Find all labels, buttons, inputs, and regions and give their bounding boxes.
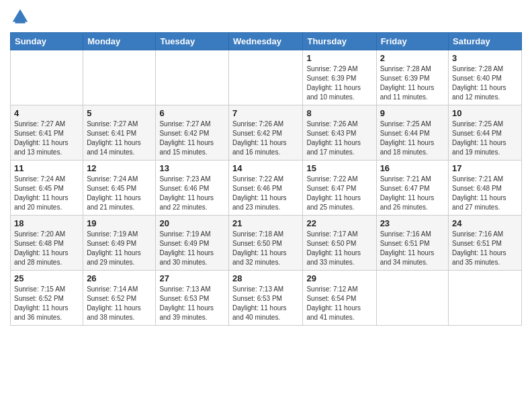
calendar-cell: 28Sunrise: 7:13 AM Sunset: 6:53 PM Dayli… [229,271,303,326]
calendar-cell [83,50,156,105]
day-info: Sunrise: 7:15 AM Sunset: 6:52 PM Dayligh… [14,285,79,322]
weekday-header-saturday: Saturday [449,33,522,50]
day-info: Sunrise: 7:25 AM Sunset: 6:44 PM Dayligh… [380,120,445,157]
logo [10,7,33,27]
calendar-cell: 26Sunrise: 7:14 AM Sunset: 6:52 PM Dayli… [83,271,156,326]
weekday-header-tuesday: Tuesday [156,33,229,50]
day-info: Sunrise: 7:18 AM Sunset: 6:50 PM Dayligh… [232,230,299,267]
calendar-cell: 19Sunrise: 7:19 AM Sunset: 6:49 PM Dayli… [83,216,156,271]
day-number: 17 [452,163,518,173]
calendar-cell: 24Sunrise: 7:16 AM Sunset: 6:51 PM Dayli… [449,216,522,271]
day-number: 8 [306,108,372,118]
day-info: Sunrise: 7:21 AM Sunset: 6:47 PM Dayligh… [380,175,445,212]
day-number: 14 [232,163,299,173]
day-number: 21 [232,218,299,228]
day-info: Sunrise: 7:12 AM Sunset: 6:54 PM Dayligh… [306,285,372,322]
calendar-cell: 18Sunrise: 7:20 AM Sunset: 6:48 PM Dayli… [11,216,83,271]
calendar-cell: 2Sunrise: 7:28 AM Sunset: 6:39 PM Daylig… [376,50,448,105]
calendar-week-row: 1Sunrise: 7:29 AM Sunset: 6:39 PM Daylig… [11,50,522,105]
calendar-cell [229,50,303,105]
day-number: 10 [452,108,518,118]
calendar-cell [11,50,83,105]
calendar-cell: 16Sunrise: 7:21 AM Sunset: 6:47 PM Dayli… [376,161,448,216]
calendar-week-row: 18Sunrise: 7:20 AM Sunset: 6:48 PM Dayli… [11,216,522,271]
day-number: 5 [87,108,152,118]
day-number: 13 [159,163,225,173]
day-number: 16 [380,163,445,173]
calendar-cell: 14Sunrise: 7:22 AM Sunset: 6:46 PM Dayli… [229,161,303,216]
calendar-cell: 27Sunrise: 7:13 AM Sunset: 6:53 PM Dayli… [156,271,229,326]
svg-rect-1 [15,21,26,24]
day-number: 25 [14,273,79,283]
calendar-cell: 6Sunrise: 7:27 AM Sunset: 6:42 PM Daylig… [156,105,229,161]
day-number: 28 [232,273,299,283]
calendar-cell [156,50,229,105]
day-info: Sunrise: 7:23 AM Sunset: 6:46 PM Dayligh… [159,175,225,212]
calendar-cell: 17Sunrise: 7:21 AM Sunset: 6:48 PM Dayli… [449,161,522,216]
day-number: 7 [232,108,299,118]
day-info: Sunrise: 7:19 AM Sunset: 6:49 PM Dayligh… [159,230,225,267]
day-info: Sunrise: 7:26 AM Sunset: 6:42 PM Dayligh… [232,120,299,157]
day-number: 6 [159,108,225,118]
day-number: 11 [14,163,79,173]
day-info: Sunrise: 7:21 AM Sunset: 6:48 PM Dayligh… [452,175,518,212]
day-info: Sunrise: 7:13 AM Sunset: 6:53 PM Dayligh… [159,285,225,322]
calendar-cell: 21Sunrise: 7:18 AM Sunset: 6:50 PM Dayli… [229,216,303,271]
day-info: Sunrise: 7:24 AM Sunset: 6:45 PM Dayligh… [14,175,79,212]
day-info: Sunrise: 7:29 AM Sunset: 6:39 PM Dayligh… [306,64,372,102]
day-number: 29 [306,273,372,283]
calendar-cell [376,271,448,326]
calendar-cell: 5Sunrise: 7:27 AM Sunset: 6:41 PM Daylig… [83,105,156,161]
calendar-cell: 15Sunrise: 7:22 AM Sunset: 6:47 PM Dayli… [303,161,376,216]
day-number: 26 [87,273,152,283]
weekday-header-wednesday: Wednesday [229,33,303,50]
page: SundayMondayTuesdayWednesdayThursdayFrid… [0,0,532,411]
day-number: 1 [306,53,372,63]
svg-marker-0 [13,9,28,22]
day-number: 20 [159,218,225,228]
calendar-cell: 7Sunrise: 7:26 AM Sunset: 6:42 PM Daylig… [229,105,303,161]
day-number: 24 [452,218,518,228]
day-info: Sunrise: 7:27 AM Sunset: 6:42 PM Dayligh… [159,120,225,157]
calendar-cell: 10Sunrise: 7:25 AM Sunset: 6:44 PM Dayli… [449,105,522,161]
day-number: 12 [87,163,152,173]
calendar-cell [449,271,522,326]
weekday-header-row: SundayMondayTuesdayWednesdayThursdayFrid… [11,33,522,50]
calendar-cell: 1Sunrise: 7:29 AM Sunset: 6:39 PM Daylig… [303,50,376,105]
day-info: Sunrise: 7:24 AM Sunset: 6:45 PM Dayligh… [87,175,152,212]
logo-icon [10,7,30,27]
day-number: 19 [87,218,152,228]
calendar-cell: 9Sunrise: 7:25 AM Sunset: 6:44 PM Daylig… [376,105,448,161]
day-info: Sunrise: 7:28 AM Sunset: 6:40 PM Dayligh… [452,64,518,102]
weekday-header-thursday: Thursday [303,33,376,50]
calendar-cell: 22Sunrise: 7:17 AM Sunset: 6:50 PM Dayli… [303,216,376,271]
calendar-week-row: 25Sunrise: 7:15 AM Sunset: 6:52 PM Dayli… [11,271,522,326]
day-info: Sunrise: 7:14 AM Sunset: 6:52 PM Dayligh… [87,285,152,322]
day-number: 22 [306,218,372,228]
day-info: Sunrise: 7:22 AM Sunset: 6:46 PM Dayligh… [232,175,299,212]
day-info: Sunrise: 7:17 AM Sunset: 6:50 PM Dayligh… [306,230,372,267]
calendar-cell: 12Sunrise: 7:24 AM Sunset: 6:45 PM Dayli… [83,161,156,216]
calendar-cell: 20Sunrise: 7:19 AM Sunset: 6:49 PM Dayli… [156,216,229,271]
calendar-cell: 29Sunrise: 7:12 AM Sunset: 6:54 PM Dayli… [303,271,376,326]
day-number: 2 [380,53,445,63]
day-number: 15 [306,163,372,173]
calendar-cell: 13Sunrise: 7:23 AM Sunset: 6:46 PM Dayli… [156,161,229,216]
calendar-cell: 23Sunrise: 7:16 AM Sunset: 6:51 PM Dayli… [376,216,448,271]
day-info: Sunrise: 7:26 AM Sunset: 6:43 PM Dayligh… [306,120,372,157]
weekday-header-monday: Monday [83,33,156,50]
calendar-table: SundayMondayTuesdayWednesdayThursdayFrid… [10,32,522,326]
day-number: 9 [380,108,445,118]
day-info: Sunrise: 7:19 AM Sunset: 6:49 PM Dayligh… [87,230,152,267]
day-info: Sunrise: 7:16 AM Sunset: 6:51 PM Dayligh… [452,230,518,267]
calendar-week-row: 11Sunrise: 7:24 AM Sunset: 6:45 PM Dayli… [11,161,522,216]
day-info: Sunrise: 7:13 AM Sunset: 6:53 PM Dayligh… [232,285,299,322]
calendar-cell: 11Sunrise: 7:24 AM Sunset: 6:45 PM Dayli… [11,161,83,216]
calendar-cell: 25Sunrise: 7:15 AM Sunset: 6:52 PM Dayli… [11,271,83,326]
calendar-cell: 3Sunrise: 7:28 AM Sunset: 6:40 PM Daylig… [449,50,522,105]
day-info: Sunrise: 7:25 AM Sunset: 6:44 PM Dayligh… [452,120,518,157]
day-info: Sunrise: 7:27 AM Sunset: 6:41 PM Dayligh… [14,120,79,157]
weekday-header-sunday: Sunday [11,33,83,50]
day-info: Sunrise: 7:20 AM Sunset: 6:48 PM Dayligh… [14,230,79,267]
calendar-cell: 4Sunrise: 7:27 AM Sunset: 6:41 PM Daylig… [11,105,83,161]
